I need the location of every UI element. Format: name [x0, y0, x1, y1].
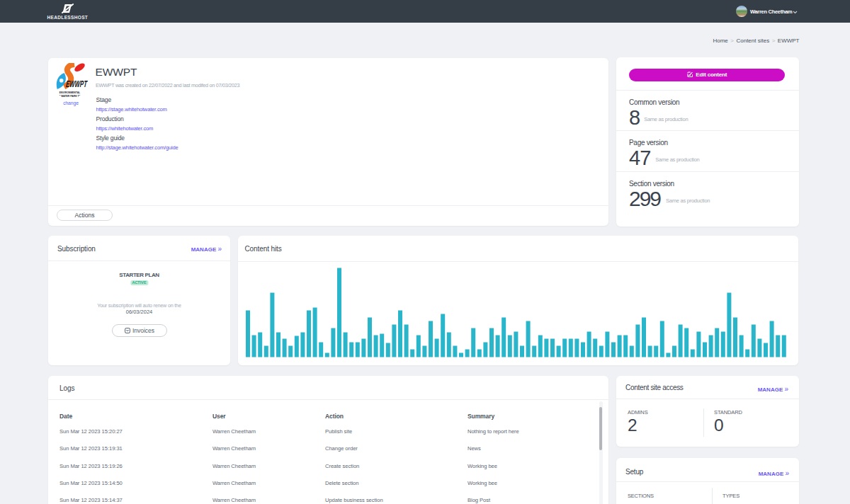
svg-text:EWWPT: EWWPT: [65, 79, 88, 90]
